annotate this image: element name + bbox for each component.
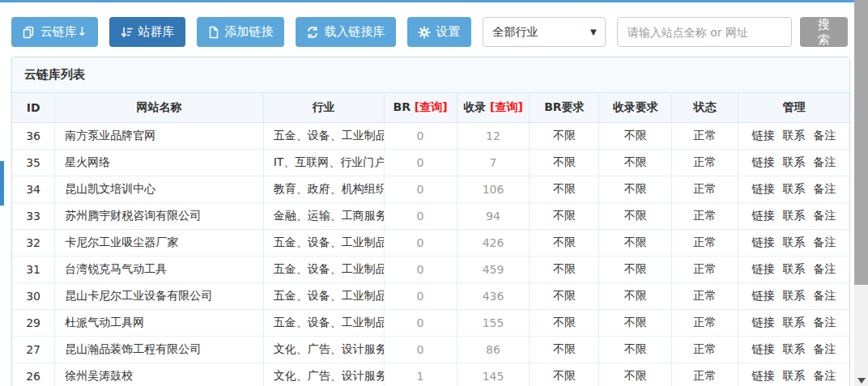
site-id: 30	[12, 283, 55, 310]
search-button[interactable]: 搜索	[800, 17, 848, 47]
site-name: 昆山凯文培训中心	[55, 176, 263, 203]
site-industry: IT、互联网、行业门户	[263, 150, 384, 176]
site-name: 昆山瀚品装饰工程有限公司	[55, 337, 263, 363]
site-industry: 文化、广告、设计服务	[263, 337, 384, 363]
query-link[interactable]: [查询]	[486, 100, 523, 113]
status-text: 正常	[672, 283, 738, 310]
note-action[interactable]: 备注	[813, 316, 836, 329]
br-requirement: 不限	[530, 150, 599, 176]
site-id: 35	[12, 150, 55, 176]
manage-cell: 链接联系备注	[738, 337, 849, 363]
br-value: 0	[384, 176, 457, 203]
query-link[interactable]: [查询]	[411, 100, 448, 113]
br-value: 0	[384, 230, 457, 257]
vertical-scrollbar[interactable]	[854, 0, 868, 386]
site-industry: 文化、广告、设计服务	[263, 363, 384, 386]
industry-filter-select[interactable]: 全部行业 ▼	[483, 17, 606, 47]
br-value: 0	[384, 123, 457, 150]
contact-action[interactable]: 联系	[782, 182, 805, 195]
contact-action[interactable]: 联系	[782, 209, 805, 222]
status-text: 正常	[672, 150, 738, 176]
site-name: 苏州腾宇财税咨询有限公司	[55, 203, 263, 230]
inclusion-value: 106	[457, 176, 530, 203]
contact-action[interactable]: 联系	[782, 316, 805, 329]
site-name: 星火网络	[55, 150, 263, 176]
column-header: 收录要求	[599, 93, 672, 123]
file-icon	[207, 26, 219, 39]
settings-button[interactable]: 设置	[407, 17, 471, 47]
br-value: 1	[384, 363, 457, 386]
contact-action[interactable]: 联系	[782, 369, 805, 382]
column-header: ID	[12, 93, 55, 123]
link-action[interactable]: 链接	[751, 235, 774, 248]
br-value: 0	[384, 337, 457, 363]
br-value: 0	[384, 203, 457, 230]
contact-action[interactable]: 联系	[782, 129, 805, 142]
manage-cell: 链接联系备注	[738, 310, 849, 337]
table-body: 36南方泵业品牌官网五金、设备、工业制品012不限不限正常链接联系备注35星火网…	[12, 123, 849, 386]
column-header: 收录 [查询]	[457, 93, 530, 123]
br-requirement: 不限	[530, 123, 599, 150]
inclusion-requirement: 不限	[599, 283, 672, 310]
toolbar: 云链库↓ 站群库 添加链接 载入链接库	[0, 17, 854, 47]
link-action[interactable]: 链接	[751, 262, 774, 275]
note-action[interactable]: 备注	[813, 182, 836, 195]
button-label: 载入链接库	[325, 24, 385, 40]
table-row: 31台湾锐克马气动工具五金、设备、工业制品0459不限不限正常链接联系备注	[12, 257, 849, 283]
note-action[interactable]: 备注	[813, 209, 836, 222]
link-action[interactable]: 链接	[751, 289, 774, 302]
status-text: 正常	[672, 257, 738, 283]
table-row: 29杜派气动工具网五金、设备、工业制品0155不限不限正常链接联系备注	[12, 310, 849, 337]
site-search-input[interactable]	[617, 17, 792, 47]
inclusion-requirement: 不限	[599, 203, 672, 230]
site-id: 31	[12, 257, 55, 283]
add-link-button[interactable]: 添加链接	[197, 17, 284, 47]
note-action[interactable]: 备注	[813, 235, 836, 248]
cloud-link-library-button[interactable]: 云链库↓	[11, 17, 98, 47]
inclusion-requirement: 不限	[599, 257, 672, 283]
load-link-library-button[interactable]: 载入链接库	[296, 17, 396, 47]
column-header: 网站名称	[55, 93, 263, 123]
status-text: 正常	[672, 310, 738, 337]
status-text: 正常	[672, 230, 738, 257]
inclusion-requirement: 不限	[599, 176, 672, 203]
link-action[interactable]: 链接	[751, 316, 774, 329]
table-row: 35星火网络IT、互联网、行业门户07不限不限正常链接联系备注	[12, 150, 849, 176]
column-header: 状态	[672, 93, 738, 123]
link-action[interactable]: 链接	[751, 129, 774, 142]
scrollbar-thumb[interactable]	[854, 0, 868, 285]
scroll-down-arrow-icon[interactable]	[857, 378, 866, 384]
contact-action[interactable]: 联系	[782, 289, 805, 302]
top-accent-line	[0, 0, 854, 2]
note-action[interactable]: 备注	[813, 262, 836, 275]
column-header: 管理	[738, 93, 849, 123]
inclusion-requirement: 不限	[599, 150, 672, 176]
contact-action[interactable]: 联系	[782, 155, 805, 168]
inclusion-value: 459	[457, 257, 530, 283]
site-id: 34	[12, 176, 55, 203]
contact-action[interactable]: 联系	[782, 262, 805, 275]
contact-action[interactable]: 联系	[782, 342, 805, 355]
br-requirement: 不限	[530, 230, 599, 257]
cloud-link-panel: 云链库列表 ID网站名称行业BR [查询]收录 [查询]BR要求收录要求状态管理…	[11, 57, 850, 386]
site-id: 27	[12, 337, 55, 363]
link-action[interactable]: 链接	[751, 342, 774, 355]
note-action[interactable]: 备注	[813, 369, 836, 382]
br-requirement: 不限	[530, 203, 599, 230]
site-group-library-button[interactable]: 站群库	[109, 17, 185, 47]
note-action[interactable]: 备注	[813, 289, 836, 302]
link-action[interactable]: 链接	[751, 369, 774, 382]
note-action[interactable]: 备注	[813, 342, 836, 355]
note-action[interactable]: 备注	[813, 129, 836, 142]
site-id: 29	[12, 310, 55, 337]
br-value: 0	[384, 283, 457, 310]
left-dock-tab[interactable]	[0, 161, 4, 206]
panel-title: 云链库列表	[12, 57, 849, 93]
contact-action[interactable]: 联系	[782, 235, 805, 248]
note-action[interactable]: 备注	[813, 155, 836, 168]
link-action[interactable]: 链接	[751, 209, 774, 222]
industry-filter-value: 全部行业	[493, 25, 538, 40]
link-action[interactable]: 链接	[751, 155, 774, 168]
link-action[interactable]: 链接	[751, 182, 774, 195]
inclusion-value: 86	[457, 337, 530, 363]
